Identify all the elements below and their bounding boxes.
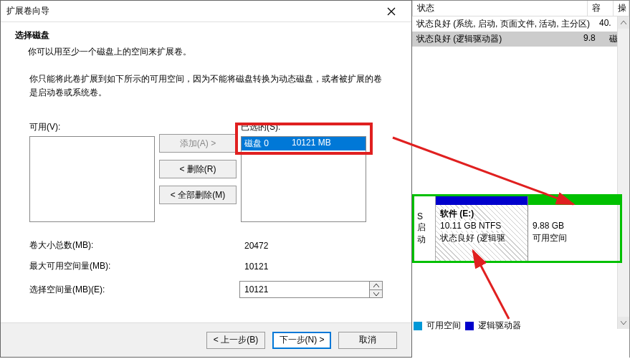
selected-listbox[interactable]: 磁盘 0 10121 MB (241, 136, 366, 222)
partition-body: 软件 (E:) 10.11 GB NTFS 状态良好 (逻辑驱 (436, 205, 528, 261)
header-status[interactable]: 状态 (412, 1, 588, 16)
dialog-body: 选择磁盘 你可以用至少一个磁盘上的空间来扩展卷。 你只能将此卷扩展到如下所示的可… (1, 22, 411, 298)
partition-color-bar (528, 196, 620, 205)
space-input[interactable] (239, 281, 370, 298)
partition-e[interactable]: 软件 (E:) 10.11 GB NTFS 状态良好 (逻辑驱 (436, 196, 528, 261)
vertical-scrollbar[interactable] (617, 16, 629, 329)
header-capacity[interactable]: 容 (588, 1, 614, 16)
chevron-down-icon (373, 292, 379, 296)
section-heading: 选择磁盘 (15, 29, 397, 42)
selected-disk-size: 10121 MB (292, 138, 331, 150)
available-column: 可用(V): (29, 121, 155, 222)
legend-free-label: 可用空间 (426, 320, 461, 332)
spin-up-button[interactable] (370, 281, 383, 290)
spinner-buttons (370, 281, 383, 298)
partition-map: S 启动 软件 (E:) 10.11 GB NTFS 状态良好 (逻辑驱 (412, 194, 622, 263)
max-space-label: 最大可用空间量(MB): (29, 260, 244, 272)
selected-label: 已选的(S): (241, 121, 366, 133)
disk-info: S 启动 (414, 196, 436, 261)
titlebar: 扩展卷向导 (1, 1, 411, 22)
close-icon (387, 7, 396, 16)
partition-boxes: 软件 (E:) 10.11 GB NTFS 状态良好 (逻辑驱 9.88 GB … (436, 196, 620, 261)
available-listbox[interactable] (29, 136, 155, 222)
legend-logical-label: 逻辑驱动器 (478, 320, 521, 332)
add-button[interactable]: 添加(A) > (159, 134, 237, 153)
choose-space-row: 选择空间量(MB)(E): (29, 281, 383, 298)
header-ops[interactable]: 操 (614, 1, 629, 16)
row-cap: 9.8 (583, 33, 609, 45)
free-label: 可用空间 (533, 232, 616, 244)
remove-all-button[interactable]: < 全部删除(M) (159, 186, 237, 204)
selected-disk-name: 磁盘 0 (244, 138, 269, 150)
partition-status: 状态良好 (逻辑驱 (440, 233, 505, 243)
partition-size: 10.11 GB NTFS (440, 221, 501, 231)
scroll-up-button[interactable] (618, 16, 629, 29)
next-button[interactable]: 下一步(N) > (272, 332, 331, 349)
chevron-up-icon (621, 21, 626, 24)
transfer-buttons: 添加(A) > < 删除(R) < 全部删除(M) (159, 134, 237, 204)
disk-lists: 可用(V): 添加(A) > < 删除(R) < 全部删除(M) 已选的(S):… (29, 121, 383, 222)
back-button[interactable]: < 上一步(B) (206, 332, 265, 349)
swatch-teal (414, 322, 422, 330)
dialog-title: 扩展卷向导 (6, 5, 377, 17)
disk-info-sub: 启动 (417, 221, 432, 246)
partition-title: 软件 (E:) (440, 209, 474, 219)
table-header: 状态 容 操 (412, 1, 629, 16)
total-size-value: 20472 (244, 241, 383, 251)
close-button[interactable] (377, 1, 406, 21)
space-spinner (239, 281, 383, 298)
partition-body: 9.88 GB 可用空间 (528, 205, 620, 261)
partition-legend: 可用空间 逻辑驱动器 (412, 315, 629, 336)
max-space-value: 10121 (244, 262, 383, 272)
choose-space-label: 选择空间量(MB)(E): (29, 284, 239, 296)
partition-free[interactable]: 9.88 GB 可用空间 (528, 196, 620, 261)
size-form: 卷大小总数(MB): 20472 最大可用空间量(MB): 10121 选择空间… (29, 239, 383, 298)
swatch-blue (465, 322, 474, 330)
selected-wrap: 磁盘 0 10121 MB (241, 136, 366, 222)
available-label: 可用(V): (29, 121, 155, 133)
section-subheading: 你可以用至少一个磁盘上的空间来扩展卷。 (28, 46, 397, 58)
remove-button[interactable]: < 删除(R) (159, 160, 237, 178)
list-item[interactable]: 磁盘 0 10121 MB (242, 137, 366, 150)
table-row[interactable]: 状态良好 (逻辑驱动器) 9.8 磁 (412, 32, 629, 47)
free-size: 9.88 GB (533, 220, 616, 232)
partition-color-bar (436, 196, 528, 205)
row-status: 状态良好 (逻辑驱动器) (416, 33, 583, 45)
chevron-up-icon (373, 284, 379, 287)
extend-volume-wizard-dialog: 扩展卷向导 选择磁盘 你可以用至少一个磁盘上的空间来扩展卷。 你只能将此卷扩展到… (0, 0, 412, 358)
total-size-row: 卷大小总数(MB): 20472 (29, 239, 383, 252)
spin-down-button[interactable] (370, 290, 383, 299)
dialog-footer: < 上一步(B) 下一步(N) > 取消 (1, 322, 411, 357)
total-size-label: 卷大小总数(MB): (29, 239, 244, 252)
table-row[interactable]: 状态良好 (系统, 启动, 页面文件, 活动, 主分区) 40. (412, 16, 629, 32)
disk-management-window: 状态 容 操 状态良好 (系统, 启动, 页面文件, 活动, 主分区) 40. … (412, 0, 630, 358)
description-text: 你只能将此卷扩展到如下所示的可用空间，因为不能将磁盘转换为动态磁盘，或者被扩展的… (29, 72, 383, 100)
partition-wrap: S 启动 软件 (E:) 10.11 GB NTFS 状态良好 (逻辑驱 (412, 194, 622, 263)
cancel-button[interactable]: 取消 (338, 332, 397, 349)
max-space-row: 最大可用空间量(MB): 10121 (29, 260, 383, 272)
row-status: 状态良好 (系统, 启动, 页面文件, 活动, 主分区) (416, 18, 599, 30)
disk-info-label: S (417, 211, 432, 221)
selected-column: 已选的(S): 磁盘 0 10121 MB (241, 121, 366, 222)
